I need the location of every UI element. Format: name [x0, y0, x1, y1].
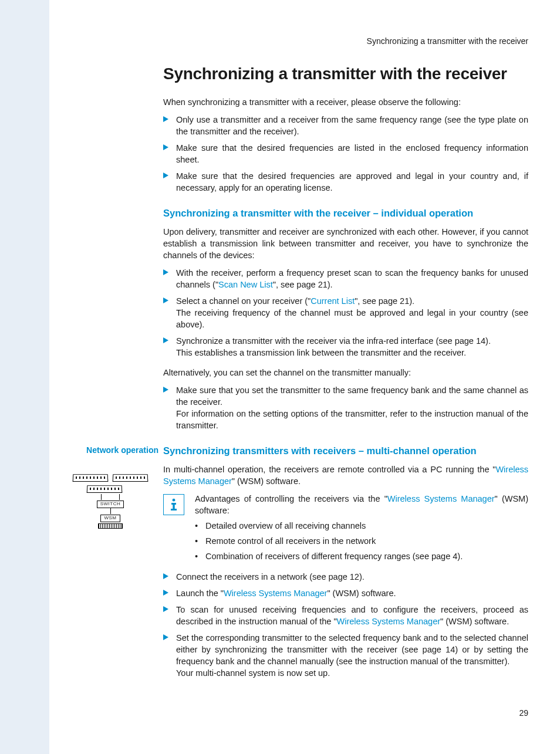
link-current-list[interactable]: Current List [311, 296, 355, 306]
heading-multi-channel: Synchronizing transmitters with receiver… [163, 445, 528, 457]
link-wsm-3[interactable]: Wireless Systems Manager [224, 589, 327, 598]
alt-steps: Make sure that you set the transmitter t… [163, 384, 528, 431]
text-fragment: Launch the " [176, 589, 224, 598]
text-continuation: The receiving frequency of the channel m… [176, 307, 528, 330]
page-number: 29 [519, 708, 528, 718]
link-scan-new-list[interactable]: Scan New List [218, 280, 273, 289]
text-fragment: In multi-channel operation, the receiver… [163, 465, 495, 474]
heading-individual-operation: Synchronizing a transmitter with the rec… [163, 208, 528, 219]
list-item: Make sure that the desired frequencies a… [163, 142, 528, 165]
multi-steps: Connect the receivers in a network (see … [163, 571, 528, 679]
text-fragment: Synchronize a transmitter with the recei… [176, 336, 491, 346]
text-fragment: Connect the receivers in a network (see … [176, 572, 365, 581]
page-title: Synchronizing a transmitter with the rec… [163, 65, 528, 83]
switch-label: SWITCH [97, 501, 124, 508]
intro-bullet-list: Only use a transmitter and a receiver fr… [163, 114, 528, 194]
list-item: Launch the "Wireless Systems Manager" (W… [163, 587, 528, 599]
text-fragment: Advantages of controlling the receivers … [195, 494, 387, 503]
list-item: Detailed overview of all receiving chann… [195, 520, 528, 533]
svg-rect-2 [173, 503, 174, 509]
individual-steps: With the receiver, perform a frequency p… [163, 267, 528, 359]
list-item: Select a channel on your receiver ("Curr… [163, 295, 528, 330]
text-continuation: For information on the setting options o… [176, 408, 528, 431]
list-item: Make sure that the desired frequencies a… [163, 170, 528, 194]
text-fragment: " (WSM) software. [440, 617, 509, 626]
text-fragment: Select a channel on your receiver (" [176, 296, 311, 306]
list-item: Combination of receivers of different fr… [195, 550, 528, 563]
svg-rect-3 [171, 509, 177, 510]
list-item: Connect the receivers in a network (see … [163, 571, 528, 583]
wsm-label: WSM [100, 515, 120, 522]
text-fragment: " (WSM) software. [232, 476, 301, 486]
list-item: To scan for unused receiving frequencies… [163, 604, 528, 627]
list-item: Only use a transmitter and a receiver fr… [163, 114, 528, 137]
text-fragment: " (WSM) software. [327, 589, 396, 598]
link-wsm-2[interactable]: Wireless Systems Manager [387, 494, 495, 503]
network-diagram: SWITCH WSM [63, 474, 157, 529]
text-continuation: Your multi-channel system is now set up. [176, 667, 528, 679]
multi-p1: In multi-channel operation, the receiver… [163, 464, 528, 487]
list-item: Synchronize a transmitter with the recei… [163, 335, 528, 359]
info-callout: Advantages of controlling the receivers … [163, 493, 528, 565]
list-item: Set the corresponding transmitter to the… [163, 632, 528, 679]
list-item: Remote control of all receivers in the n… [195, 535, 528, 548]
svg-point-0 [173, 499, 176, 502]
text-fragment: Set the corresponding transmitter to the… [176, 633, 528, 666]
advantages-list: Detailed overview of all receiving chann… [195, 520, 528, 563]
margin-label-network-operation: Network operation [76, 445, 158, 455]
info-icon [163, 494, 184, 515]
left-color-band [0, 0, 49, 754]
list-item: Make sure that you set the transmitter t… [163, 384, 528, 431]
alt-paragraph: Alternatively, you can set the channel o… [163, 367, 528, 378]
link-wsm-4[interactable]: Wireless Systems Manager [337, 617, 440, 626]
list-item: With the receiver, perform a frequency p… [163, 267, 528, 290]
intro-paragraph: When synchronizing a transmitter with a … [163, 96, 528, 108]
text-continuation: This establishes a transmission link bet… [176, 347, 528, 359]
individual-p1: Upon delivery, transmitter and receiver … [163, 226, 528, 261]
text-fragment: Make sure that you set the transmitter t… [176, 386, 528, 407]
running-header: Synchronizing a transmitter with the rec… [367, 36, 528, 46]
text-fragment: ", see page 21). [355, 296, 414, 306]
text-fragment: ", see page 21). [273, 280, 333, 289]
